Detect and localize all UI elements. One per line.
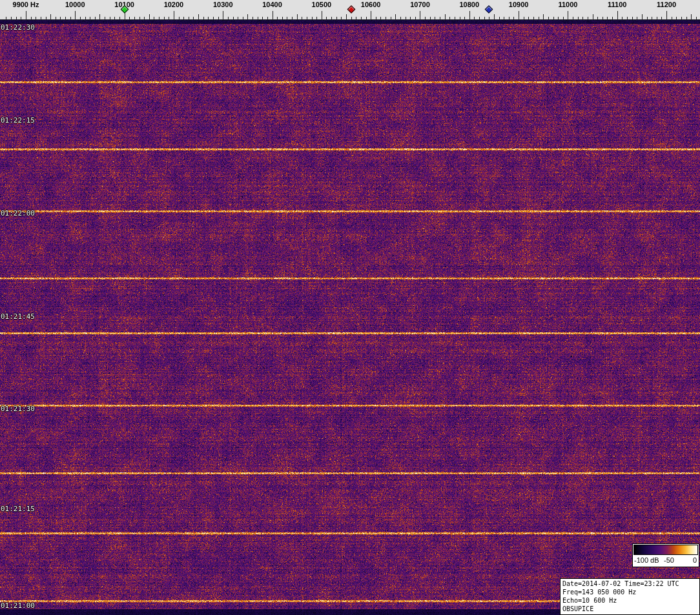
freq-tick-label: 10900 <box>509 1 529 8</box>
freq-tick-label: 11200 <box>657 1 676 8</box>
freq-tick-label: 10300 <box>213 1 233 8</box>
freq-tick-label: 10600 <box>361 1 381 8</box>
spectrogram[interactable]: 01:22:3001:22:1501:22:0001:21:4501:21:30… <box>0 20 700 615</box>
freq-tick-label: 10000 <box>65 1 85 8</box>
info-station-line: OBSUPICE <box>562 605 697 613</box>
color-scale-mid-label: -50 <box>664 556 674 564</box>
freq-tick-label: 10700 <box>410 1 430 8</box>
color-scale-labels: -100 dB -50 0 <box>633 556 699 567</box>
freq-tick-label: 10200 <box>164 1 184 8</box>
info-freq-line: Freq=143 050 000 Hz <box>562 588 697 596</box>
freq-tick-label: 10500 <box>312 1 332 8</box>
freq-tick-label: 11100 <box>608 1 626 8</box>
info-date-line: Date=2014-07-02 Time=23:22 UTC <box>562 580 697 588</box>
spectrogram-canvas[interactable] <box>0 20 700 615</box>
freq-tick-label: 10800 <box>459 1 479 8</box>
freq-tick-label: 9900 Hz <box>13 1 39 8</box>
color-scale-gradient <box>633 545 698 555</box>
color-scale-max-label: 0 <box>693 556 697 564</box>
color-scale: -100 dB -50 0 <box>632 543 699 567</box>
frequency-ruler[interactable]: 9900 Hz100001010010200103001040010500106… <box>0 0 700 20</box>
freq-tick-label: 11000 <box>558 1 577 8</box>
info-echo-line: Echo=10 600 Hz <box>562 596 697 605</box>
info-box: Date=2014-07-02 Time=23:22 UTC Freq=143 … <box>560 578 700 615</box>
freq-tick-label: 10400 <box>262 1 282 8</box>
color-scale-min-label: -100 dB <box>634 556 659 564</box>
